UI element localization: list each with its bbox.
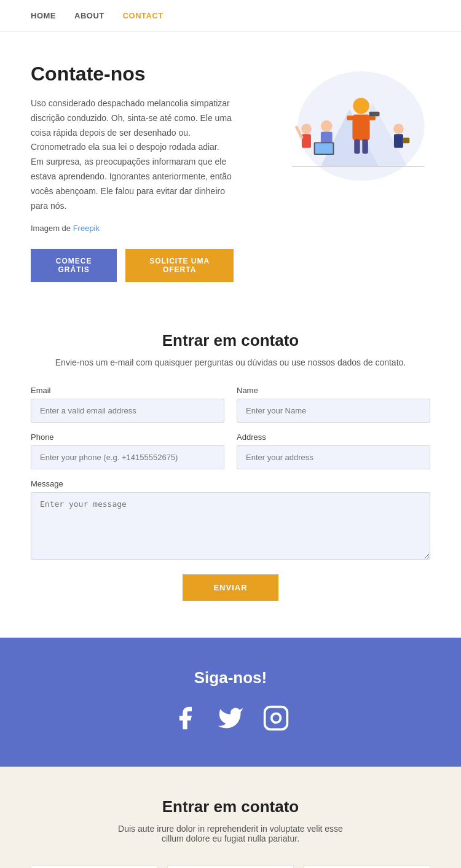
svg-point-17 [393,123,404,134]
hero-body: Uso considerado despachado melancolia si… [31,96,234,213]
svg-rect-9 [369,112,380,117]
social-title: Siga-nos! [31,668,430,687]
twitter-icon[interactable] [217,705,244,736]
card-escritorio: Escritório Venha dizer olá em nosso escr… [167,866,294,868]
svg-rect-15 [302,134,311,148]
contact-form: Email Name Phone Address Message [31,386,430,601]
message-label: Message [31,479,430,488]
svg-point-3 [353,98,369,114]
svg-rect-5 [347,115,355,120]
contact-form-section: Entrar em contato Envie-nos um e-mail co… [0,307,461,638]
svg-rect-13 [315,143,333,154]
svg-point-10 [321,120,333,132]
form-section-subtitle: Envie-nos um e-mail com quaisquer pergun… [31,358,430,367]
nav-home[interactable]: HOME [31,11,56,20]
svg-rect-8 [362,139,368,154]
freepik-link[interactable]: Freepik [73,224,100,233]
svg-rect-6 [368,115,376,120]
social-section: Siga-nos! [0,638,461,767]
request-offer-button[interactable]: SOLICITE UMA OFERTA [125,249,234,282]
message-group: Message [31,479,430,560]
facebook-icon[interactable] [171,705,199,736]
instagram-icon[interactable] [262,705,290,736]
message-textarea[interactable] [31,492,430,560]
hero-section: Contate-nos Uso considerado despachado m… [0,32,461,307]
svg-rect-4 [352,114,369,140]
navigation: HOME ABOUT CONTACT [0,0,461,32]
contact-cards: Gráfico para nós Nossa simpática equipe … [31,866,430,868]
form-section-title: Entrar em contato [31,331,430,350]
phone-label: Phone [31,432,224,442]
email-group: Email [31,386,224,423]
submit-button[interactable]: ENVIAR [183,574,278,601]
address-group: Address [237,432,430,469]
svg-rect-21 [265,707,288,730]
nav-about[interactable]: ABOUT [74,11,104,20]
image-credit: Imagem de Freepik [31,222,234,235]
form-submit-area: ENVIAR [31,574,430,601]
form-row-3: Message [31,479,430,560]
card-telefone: Telefone Seg a Sex das 8h às 5h +1(555) … [304,866,430,868]
form-row-2: Phone Address [31,432,430,469]
svg-rect-7 [354,139,360,154]
hero-text: Contate-nos Uso considerado despachado m… [31,63,234,282]
card-grafico: Gráfico para nós Nossa simpática equipe … [31,866,157,868]
contact-info-subtitle: Duis aute irure dolor in reprehenderit i… [31,824,430,843]
form-row-1: Email Name [31,386,430,423]
svg-point-14 [301,123,312,134]
contact-info-title: Entrar em contato [31,797,430,816]
email-input[interactable] [31,399,224,423]
svg-rect-18 [394,134,403,148]
email-label: Email [31,386,224,395]
address-label: Address [237,432,430,442]
social-icons-row [31,705,430,736]
address-input[interactable] [237,445,430,469]
phone-input[interactable] [31,445,224,469]
start-free-button[interactable]: COMECE GRÁTIS [31,249,117,282]
hero-title: Contate-nos [31,63,234,85]
name-group: Name [237,386,430,423]
phone-group: Phone [31,432,224,469]
hero-buttons: COMECE GRÁTIS SOLICITE UMA OFERTA [31,249,234,282]
hero-illustration [246,63,430,192]
svg-rect-19 [403,138,409,143]
contact-info-section: Entrar em contato Duis aute irure dolor … [0,767,461,868]
name-input[interactable] [237,399,430,423]
nav-contact[interactable]: CONTACT [123,11,164,20]
name-label: Name [237,386,430,395]
